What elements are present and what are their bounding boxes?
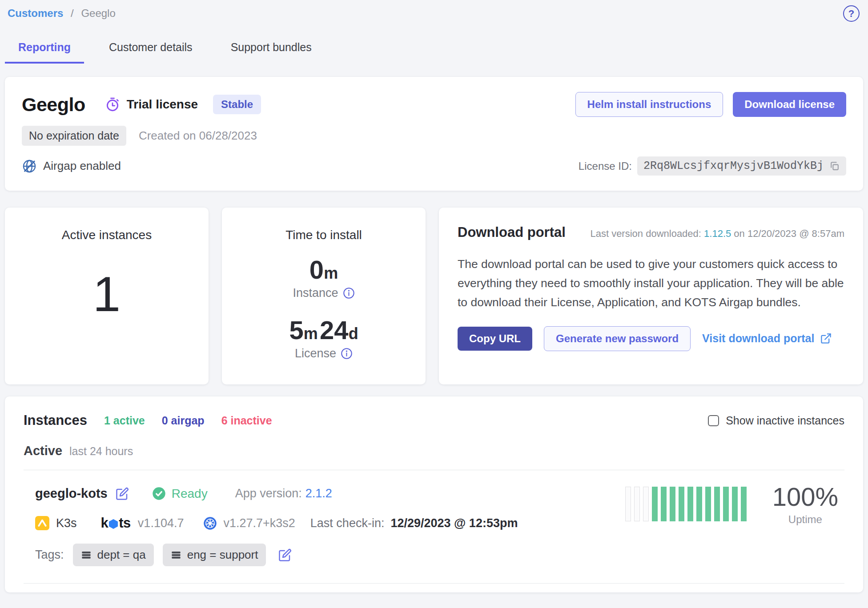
- uptime-bar: [705, 487, 711, 521]
- active-section-title: Active: [24, 444, 62, 458]
- inactive-count: 6 inactive: [221, 414, 272, 427]
- tag-text: dept = qa: [97, 548, 146, 562]
- instance-name: geeglo-kots: [35, 486, 108, 501]
- show-inactive-checkbox[interactable]: [708, 415, 719, 426]
- last-version-suffix: on 12/20/2023 @ 8:57am: [734, 228, 844, 239]
- license-install-time: 5m 24d: [222, 315, 426, 345]
- helm-install-instructions-button[interactable]: Helm install instructions: [575, 92, 723, 117]
- active-count: 1 active: [104, 414, 145, 427]
- tab-support-bundles[interactable]: Support bundles: [217, 36, 325, 64]
- uptime-bar: [652, 487, 658, 521]
- expiration-badge: No expiration date: [22, 126, 126, 146]
- uptime-bar: [732, 487, 738, 521]
- uptime-bar: [634, 487, 640, 521]
- download-portal-title: Download portal: [458, 224, 566, 240]
- help-icon[interactable]: ?: [843, 5, 860, 22]
- instance-install-label-row: Instance: [222, 286, 426, 300]
- active-instances-card: Active instances 1: [5, 208, 209, 384]
- uptime-bar: [687, 487, 693, 521]
- info-icon[interactable]: [343, 287, 355, 299]
- kots-version-group: k ts v1.104.7: [101, 515, 184, 531]
- k3s-icon: [35, 516, 49, 530]
- edit-tags-icon[interactable]: [278, 548, 292, 562]
- customer-summary-card: Geeglo Trial license Stable Helm install…: [5, 77, 863, 191]
- last-version-downloaded: Last version downloaded: 1.12.5 on 12/20…: [590, 228, 844, 240]
- time-to-install-title: Time to install: [222, 228, 426, 242]
- copy-url-button[interactable]: Copy URL: [458, 327, 532, 351]
- instance-install-time-value: 0: [309, 255, 324, 284]
- edit-instance-name-icon[interactable]: [116, 487, 129, 500]
- license-install-months-unit: m: [304, 324, 318, 343]
- kubernetes-version: v1.27.7+k3s2: [223, 516, 295, 530]
- license-install-label-row: License: [222, 347, 426, 360]
- tab-bar: Reporting Customer details Support bundl…: [5, 36, 863, 64]
- stats-row: Active instances 1 Time to install 0m In…: [5, 208, 863, 384]
- tag-icon: [171, 550, 181, 560]
- last-checkin-label: Last check-in:: [310, 516, 385, 530]
- app-version-label: App version:: [235, 487, 302, 500]
- show-inactive-label: Show inactive instances: [726, 414, 844, 427]
- last-version-link[interactable]: 1.12.5: [704, 228, 731, 239]
- customer-name: Geeglo: [22, 94, 85, 116]
- uptime-bar: [625, 487, 631, 521]
- instance-status-label: Ready: [172, 487, 208, 501]
- uptime-label: Uptime: [772, 513, 838, 526]
- license-type: Trial license: [105, 97, 198, 112]
- download-portal-header: Download portal Last version downloaded:…: [458, 224, 844, 240]
- kots-logo: k ts: [101, 515, 131, 531]
- license-id-pill: 2Rq8WLcsjfxqrMysjvB1WodYkBj: [637, 156, 846, 176]
- copy-icon[interactable]: [829, 160, 840, 172]
- time-to-install-card: Time to install 0m Instance 5m 24d Licen…: [222, 208, 426, 384]
- kubernetes-icon: [203, 516, 217, 530]
- info-icon[interactable]: [341, 348, 353, 360]
- topbar: Customers / Geeglo ?: [5, 0, 863, 20]
- kots-logo-o-icon: [109, 519, 118, 529]
- uptime-bar: [696, 487, 702, 521]
- license-install-label: License: [295, 347, 336, 360]
- active-section-subtitle: last 24 hours: [69, 445, 133, 458]
- created-date: Created on 06/28/2023: [139, 129, 257, 143]
- tab-reporting[interactable]: Reporting: [5, 36, 84, 64]
- kots-version: v1.104.7: [138, 516, 184, 530]
- airgap-globe-icon: [22, 159, 37, 174]
- distro-label: K3s: [56, 516, 77, 530]
- tag-text: eng = support: [187, 548, 258, 562]
- license-install-months-value: 5: [289, 316, 303, 344]
- page: Customers / Geeglo ? Reporting Customer …: [0, 0, 868, 592]
- breadcrumb-customers-link[interactable]: Customers: [8, 7, 63, 19]
- active-instances-title: Active instances: [5, 228, 209, 242]
- license-id-label: License ID:: [579, 160, 632, 172]
- divider: [24, 583, 844, 584]
- active-section-header: Active last 24 hours: [24, 444, 844, 458]
- uptime-bar: [741, 487, 747, 521]
- trial-license-icon: [105, 97, 120, 112]
- show-inactive-toggle[interactable]: Show inactive instances: [708, 414, 844, 427]
- uptime-panel: 100% Uptime: [625, 482, 838, 526]
- download-portal-card: Download portal Last version downloaded:…: [439, 208, 863, 384]
- ready-check-icon: [152, 487, 166, 500]
- visit-download-portal-link[interactable]: Visit download portal: [702, 332, 832, 345]
- customer-meta-row: No expiration date Created on 06/28/2023: [22, 126, 846, 146]
- last-version-prefix: Last version downloaded:: [590, 228, 701, 239]
- kots-logo-k: k: [101, 515, 108, 531]
- instances-card: Instances 1 active 0 airgap 6 inactive S…: [5, 396, 863, 592]
- tags-label: Tags:: [35, 548, 64, 562]
- kots-logo-ts: ts: [119, 515, 131, 531]
- customer-airgap-row: Airgap enabled License ID: 2Rq8WLcsjfxqr…: [22, 156, 846, 176]
- distro: K3s: [35, 516, 77, 530]
- download-license-button[interactable]: Download license: [733, 92, 846, 117]
- tab-customer-details[interactable]: Customer details: [96, 36, 206, 64]
- uptime-bar: [643, 487, 649, 521]
- uptime-value: 100%: [772, 482, 838, 512]
- tags-row: Tags: dept = qaeng = support: [35, 544, 840, 566]
- airgap-status: Airgap enabled: [22, 159, 121, 174]
- uptime-stat: 100% Uptime: [772, 482, 838, 526]
- instance-status: Ready: [152, 487, 208, 501]
- instance-install-time: 0m: [222, 255, 426, 284]
- instance-install-time-unit: m: [324, 264, 338, 282]
- app-version-link[interactable]: 2.1.2: [305, 487, 332, 500]
- tag-pill: eng = support: [163, 544, 266, 566]
- generate-new-password-button[interactable]: Generate new password: [544, 326, 691, 351]
- tag-pill: dept = qa: [73, 544, 154, 566]
- customer-header-row: Geeglo Trial license Stable Helm install…: [22, 92, 846, 117]
